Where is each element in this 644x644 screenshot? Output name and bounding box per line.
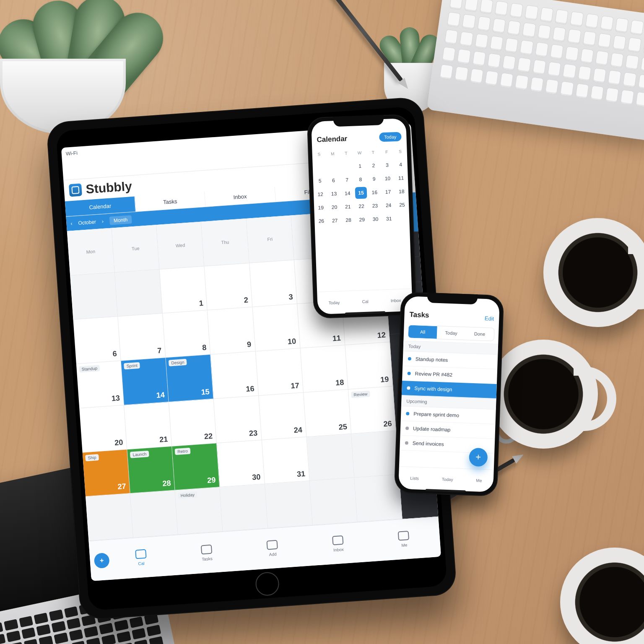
bullet-icon <box>408 357 411 361</box>
calendar-day[interactable]: 3 <box>249 260 297 307</box>
segment-done[interactable]: Done <box>465 327 494 340</box>
nav-today[interactable]: Today <box>442 477 453 482</box>
mini-day[interactable]: 16 <box>369 186 381 198</box>
nav-tasks[interactable]: Tasks <box>174 543 239 563</box>
calendar-day[interactable]: Design15 <box>166 355 214 402</box>
mini-day[interactable]: 4 <box>395 158 407 171</box>
chevron-right-icon[interactable]: › <box>102 218 104 224</box>
mini-day[interactable]: 8 <box>354 174 366 186</box>
mini-day[interactable]: 12 <box>314 188 327 200</box>
calendar-day[interactable]: 6 <box>73 317 121 364</box>
mini-day[interactable]: 29 <box>356 214 368 226</box>
calendar-day[interactable]: 10 <box>252 304 300 352</box>
calendar-day[interactable]: Review26 <box>348 386 396 434</box>
mini-day[interactable]: 25 <box>396 199 408 211</box>
chevron-left-icon[interactable]: ‹ <box>70 221 73 226</box>
mini-day[interactable]: 2 <box>367 159 379 171</box>
calendar-day[interactable]: 31 <box>262 437 309 484</box>
calendar-day[interactable]: Standup13 <box>76 361 124 408</box>
calendar-day[interactable]: 8 <box>163 310 210 358</box>
calendar-day[interactable] <box>130 491 178 538</box>
day-number: 7 <box>157 346 162 356</box>
calendar-day[interactable] <box>70 273 118 320</box>
mini-day[interactable]: 31 <box>383 213 395 225</box>
calendar-day[interactable]: Ship27 <box>83 449 130 497</box>
calendar-day[interactable]: Launch28 <box>127 446 175 493</box>
day-number: 30 <box>252 473 261 482</box>
calendar-day[interactable]: 19 <box>345 342 393 390</box>
calendar-day[interactable]: 7 <box>118 314 166 361</box>
bullet-icon <box>405 426 409 430</box>
mini-day[interactable]: 14 <box>341 187 353 200</box>
calendar-day[interactable] <box>306 434 354 481</box>
nav-inbox[interactable]: Inbox <box>391 298 401 303</box>
mini-day[interactable]: 6 <box>327 174 340 187</box>
mini-day[interactable]: 10 <box>382 172 394 184</box>
mini-day[interactable]: 1 <box>354 160 366 172</box>
calendar-day[interactable]: 22 <box>169 399 217 446</box>
calendar-day[interactable]: 23 <box>214 396 262 443</box>
calendar-day[interactable] <box>115 269 163 317</box>
calendar-day[interactable]: 25 <box>304 390 351 437</box>
mini-day[interactable]: 3 <box>381 159 393 171</box>
calendar-day[interactable]: 9 <box>208 307 255 355</box>
calendar-day[interactable]: 20 <box>79 405 127 452</box>
mini-day[interactable]: 17 <box>382 186 394 198</box>
mini-day[interactable]: 21 <box>342 201 354 213</box>
mini-day[interactable]: 28 <box>342 214 354 226</box>
nav-today[interactable]: Today <box>329 300 340 305</box>
mini-day[interactable]: 18 <box>395 185 408 197</box>
segment-all[interactable]: All <box>408 325 437 339</box>
calendar-day[interactable] <box>220 484 268 532</box>
calendar-day[interactable]: 21 <box>124 402 172 449</box>
bullet-icon <box>407 386 410 390</box>
nav-me[interactable]: Me <box>476 478 482 483</box>
calendar-day[interactable]: Sprint14 <box>121 358 169 405</box>
nav-me[interactable]: Me <box>372 529 436 549</box>
nav-label: Me <box>401 543 408 548</box>
calendar-day[interactable]: 2 <box>205 263 252 311</box>
calendar-day[interactable]: 18 <box>300 345 348 392</box>
mini-day[interactable]: 7 <box>341 174 353 186</box>
view-toggle[interactable]: Month <box>109 215 132 225</box>
mini-day[interactable]: 22 <box>356 200 368 213</box>
mini-day[interactable]: 13 <box>328 188 340 200</box>
weekday-header: T <box>339 146 353 160</box>
day-number: 14 <box>156 391 165 400</box>
list-item-label: Send invoices <box>413 440 444 447</box>
segment-today[interactable]: Today <box>437 326 466 340</box>
calendar-day[interactable]: Holiday <box>175 487 223 535</box>
day-number: 18 <box>335 378 344 387</box>
mini-day[interactable]: 9 <box>368 173 380 185</box>
calendar-day[interactable]: 16 <box>211 351 259 399</box>
calendar-day[interactable]: 1 <box>160 266 208 314</box>
mini-day[interactable]: 26 <box>315 215 327 227</box>
day-number: 13 <box>111 394 120 403</box>
calendar-day[interactable]: 17 <box>255 348 303 396</box>
mini-day[interactable]: 30 <box>369 213 382 225</box>
nav-lists[interactable]: Lists <box>410 476 419 481</box>
mini-day[interactable]: 5 <box>314 175 326 187</box>
calendar-day[interactable] <box>351 431 399 478</box>
calendar-day[interactable]: Retro29 <box>172 443 220 491</box>
mini-day[interactable]: 23 <box>369 200 381 212</box>
mini-day[interactable]: 20 <box>328 201 340 213</box>
segmented-control[interactable]: AllTodayDone <box>408 325 495 341</box>
calendar-day[interactable]: 30 <box>217 440 265 487</box>
mini-day[interactable]: 24 <box>382 199 395 211</box>
mini-day[interactable]: 11 <box>395 172 407 184</box>
mini-day[interactable]: 19 <box>315 202 327 214</box>
calendar-day[interactable] <box>86 493 133 541</box>
today-button[interactable]: Today <box>379 132 402 142</box>
calendar-day[interactable] <box>265 481 313 528</box>
nav-inbox[interactable]: Inbox <box>306 533 371 554</box>
mini-day[interactable]: 15 <box>355 187 367 199</box>
nav-cal[interactable]: Cal <box>362 299 368 304</box>
mini-day[interactable]: 27 <box>329 215 341 227</box>
fab-add[interactable]: + <box>94 552 110 568</box>
nav-cal[interactable]: Cal <box>109 547 173 568</box>
edit-button[interactable]: Edit <box>485 315 494 322</box>
nav-add[interactable]: Add <box>240 538 305 558</box>
calendar-day[interactable]: 24 <box>259 392 306 440</box>
calendar-day[interactable] <box>309 478 357 525</box>
